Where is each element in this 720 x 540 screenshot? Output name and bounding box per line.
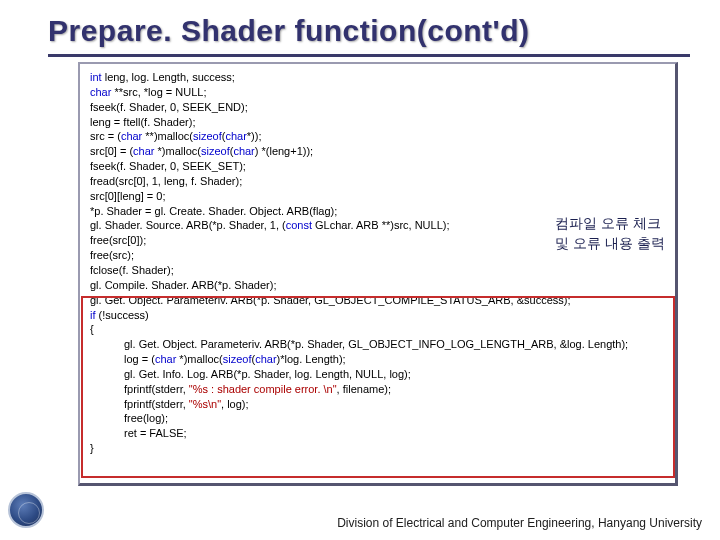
code-line: gl. Get. Object. Parameteriv. ARB(*p. Sh… <box>90 337 667 352</box>
footer-text: Division of Electrical and Computer Engi… <box>337 516 702 530</box>
annotation-callout: 컴파일 오류 체크 및 오류 내용 출력 <box>555 214 665 253</box>
code-line: free(log); <box>90 411 667 426</box>
code-line: gl. Get. Info. Log. ARB(*p. Shader, log.… <box>90 367 667 382</box>
slide: Prepare. Shader function(cont'd) int len… <box>0 0 720 540</box>
code-line: src[0] = (char *)malloc(sizeof(char) *(l… <box>90 144 667 159</box>
code-line: if (!success) <box>90 308 667 323</box>
code-line: gl. Get. Object. Parameteriv. ARB(*p. Sh… <box>90 293 667 308</box>
code-line: fprintf(stderr, "%s\n", log); <box>90 397 667 412</box>
keyword-sizeof: sizeof <box>193 130 222 142</box>
code-line: gl. Compile. Shader. ARB(*p. Shader); <box>90 278 667 293</box>
code-line: int leng, log. Length, success; <box>90 70 667 85</box>
code-line: } <box>90 441 667 456</box>
keyword-sizeof: sizeof <box>223 353 252 365</box>
code-line: fprintf(stderr, "%s : shader compile err… <box>90 382 667 397</box>
code-line: fread(src[0], 1, leng, f. Shader); <box>90 174 667 189</box>
code-line: log = (char *)malloc(sizeof(char)*log. L… <box>90 352 667 367</box>
keyword-char: char <box>255 353 276 365</box>
annotation-line: 컴파일 오류 체크 <box>555 214 665 234</box>
title-container: Prepare. Shader function(cont'd) <box>48 10 690 57</box>
code-line: src[0][leng] = 0; <box>90 189 667 204</box>
slide-title: Prepare. Shader function(cont'd) <box>48 14 690 48</box>
code-block: int leng, log. Length, success; char **s… <box>78 62 678 486</box>
code-line: char **src, *log = NULL; <box>90 85 667 100</box>
keyword-char: char <box>90 86 111 98</box>
keyword-int: int <box>90 71 102 83</box>
code-line: fclose(f. Shader); <box>90 263 667 278</box>
code-line: src = (char **)malloc(sizeof(char*)); <box>90 129 667 144</box>
string-literal: "%s : shader compile error. \n" <box>189 383 337 395</box>
keyword-char: char <box>225 130 246 142</box>
university-logo-icon <box>8 492 44 528</box>
keyword-char: char <box>233 145 254 157</box>
code-line: leng = ftell(f. Shader); <box>90 115 667 130</box>
code-line: fseek(f. Shader, 0, SEEK_SET); <box>90 159 667 174</box>
keyword-char: char <box>121 130 142 142</box>
keyword-sizeof: sizeof <box>201 145 230 157</box>
code-line: fseek(f. Shader, 0, SEEK_END); <box>90 100 667 115</box>
keyword-const: const <box>286 219 312 231</box>
string-literal: "%s\n" <box>189 398 221 410</box>
keyword-char: char <box>133 145 154 157</box>
code-line: ret = FALSE; <box>90 426 667 441</box>
annotation-line: 및 오류 내용 출력 <box>555 234 665 254</box>
keyword-char: char <box>155 353 176 365</box>
code-line: { <box>90 322 667 337</box>
